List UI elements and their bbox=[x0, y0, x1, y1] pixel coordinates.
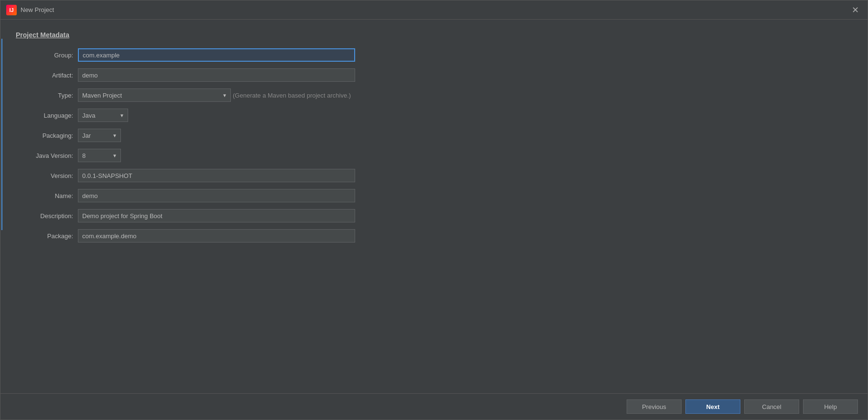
help-button[interactable]: Help bbox=[803, 399, 858, 414]
type-row: Type: Maven Project Gradle Project ▼ (Ge… bbox=[16, 88, 852, 102]
java-version-select[interactable]: 8 11 17 21 bbox=[78, 149, 121, 162]
name-row: Name: bbox=[16, 189, 852, 202]
left-accent-bar bbox=[0, 39, 2, 230]
language-select-wrapper: Java Kotlin Groovy ▼ bbox=[78, 109, 128, 122]
packaging-select-wrapper: Jar War ▼ bbox=[78, 129, 121, 142]
package-label: Package: bbox=[16, 232, 73, 240]
packaging-label: Packaging: bbox=[16, 132, 73, 139]
language-select[interactable]: Java Kotlin Groovy bbox=[78, 109, 128, 122]
section-title: Project Metadata bbox=[16, 31, 852, 39]
artifact-label: Artifact: bbox=[16, 72, 73, 79]
java-version-row: Java Version: 8 11 17 21 ▼ bbox=[16, 149, 852, 162]
package-row: Package: bbox=[16, 229, 852, 243]
packaging-row: Packaging: Jar War ▼ bbox=[16, 129, 852, 142]
description-input[interactable] bbox=[78, 209, 355, 222]
language-label: Language: bbox=[16, 112, 73, 119]
version-label: Version: bbox=[16, 172, 73, 179]
type-select[interactable]: Maven Project Gradle Project bbox=[78, 88, 231, 102]
artifact-row: Artifact: bbox=[16, 68, 852, 82]
group-row: Group: bbox=[16, 48, 852, 62]
version-input[interactable] bbox=[78, 169, 355, 182]
description-row: Description: bbox=[16, 209, 852, 222]
name-label: Name: bbox=[16, 192, 73, 199]
type-label: Type: bbox=[16, 92, 73, 99]
type-note: (Generate a Maven based project archive.… bbox=[233, 92, 351, 99]
version-row: Version: bbox=[16, 169, 852, 182]
dialog-footer: Previous Next Cancel Help bbox=[0, 393, 868, 420]
close-button[interactable]: ✕ bbox=[849, 5, 862, 15]
packaging-select[interactable]: Jar War bbox=[78, 129, 121, 142]
app-logo: IJ bbox=[6, 5, 17, 15]
logo-text: IJ bbox=[9, 7, 13, 13]
artifact-input[interactable] bbox=[78, 68, 355, 82]
type-select-wrapper: Maven Project Gradle Project ▼ bbox=[78, 88, 231, 102]
cancel-button[interactable]: Cancel bbox=[744, 399, 799, 414]
group-input[interactable] bbox=[78, 48, 355, 62]
next-button[interactable]: Next bbox=[685, 399, 740, 414]
title-bar-left: IJ New Project bbox=[6, 5, 54, 15]
title-bar: IJ New Project ✕ bbox=[0, 0, 868, 20]
group-label: Group: bbox=[16, 52, 73, 59]
java-version-label: Java Version: bbox=[16, 152, 73, 159]
previous-button[interactable]: Previous bbox=[627, 399, 682, 414]
java-version-select-wrapper: 8 11 17 21 ▼ bbox=[78, 149, 121, 162]
package-input[interactable] bbox=[78, 229, 355, 243]
language-row: Language: Java Kotlin Groovy ▼ bbox=[16, 109, 852, 122]
dialog-content: Project Metadata Group: Artifact: Type: … bbox=[0, 20, 868, 393]
new-project-dialog: IJ New Project ✕ Project Metadata Group:… bbox=[0, 0, 868, 420]
name-input[interactable] bbox=[78, 189, 355, 202]
window-title: New Project bbox=[21, 6, 54, 13]
description-label: Description: bbox=[16, 212, 73, 220]
